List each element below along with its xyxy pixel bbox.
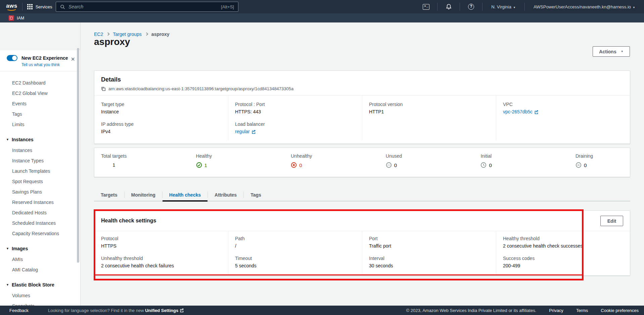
new-experience-toggle[interactable] (7, 55, 17, 61)
field-value: HTTPS: 443 (235, 109, 355, 114)
search-placeholder: Search (68, 4, 218, 9)
details-columns: Target type Instance IP address type IPv… (94, 96, 630, 140)
new-experience-panel: New EC2 Experience Tell us what you thin… (0, 50, 80, 71)
feedback-link[interactable]: Tell us what you think (21, 62, 74, 67)
sidebar-item-volumes[interactable]: Volumes (0, 290, 80, 301)
section-label: Elastic Block Store (12, 282, 54, 287)
toggle-knob (12, 56, 17, 60)
sidebar-item-ec2-global-view[interactable]: EC2 Global View (0, 88, 80, 98)
stat-unused: Unused 0 (386, 153, 423, 177)
account-menu[interactable]: AWSPowerUserAccess/navaneeth.kn@harness.… (530, 4, 639, 9)
notifications-button[interactable] (442, 4, 455, 10)
sidebar-item-scheduled-instances[interactable]: Scheduled Instances (0, 218, 80, 228)
sidebar-item-amis[interactable]: AMIs (0, 254, 80, 264)
tab-health-checks[interactable]: Health checks (163, 189, 208, 201)
stat-value: 1 (112, 162, 115, 168)
feedback-button[interactable]: Feedback (9, 308, 29, 313)
cloudshell-icon: >_ (423, 4, 429, 10)
field-label: Path (235, 236, 355, 241)
iam-service-icon (9, 15, 14, 21)
field-value: 2 consecutive health check failures (101, 263, 221, 268)
sidebar-item-reserved-instances[interactable]: Reserved Instances (0, 197, 80, 207)
favorite-iam-link[interactable]: IAM (9, 15, 24, 21)
aws-logo[interactable]: aws (6, 3, 17, 11)
sidebar-item-savings-plans[interactable]: Savings Plans (0, 187, 80, 197)
help-button[interactable]: ? (465, 4, 477, 10)
tab-targets[interactable]: Targets (94, 189, 124, 201)
load-balancer-link[interactable]: regular (235, 129, 256, 134)
tab-tags[interactable]: Tags (244, 189, 268, 201)
health-check-column-4: Healthy threshold 2 consecutive health c… (496, 231, 630, 274)
sidebar-item-spot-requests[interactable]: Spot Requests (0, 176, 80, 187)
sidebar-item-events[interactable]: Events (0, 98, 80, 109)
details-header: Details arn:aws:elasticloadbalancing:us-… (94, 71, 630, 96)
stat-value: 0 (394, 162, 397, 168)
close-icon[interactable]: × (71, 56, 75, 62)
sidebar-item-tags[interactable]: Tags (0, 109, 80, 119)
edit-button[interactable]: Edit (600, 216, 623, 226)
tab-monitoring[interactable]: Monitoring (125, 189, 162, 201)
chevron-down-icon: ▼ (621, 50, 624, 53)
actions-button[interactable]: Actions▼ (593, 46, 630, 57)
field-value: Traffic port (369, 243, 489, 249)
help-icon: ? (468, 4, 474, 10)
breadcrumb-current: asproxy (151, 32, 170, 37)
field-value: 2 consecutive health check successes (503, 243, 623, 249)
health-check-title: Health check settings (101, 218, 156, 224)
region-selector[interactable]: N. Virginia▼ (487, 4, 520, 9)
new-experience-title: New EC2 Experience (21, 55, 68, 61)
cloudshell-button[interactable]: >_ (420, 4, 432, 10)
sidebar-section-images[interactable]: ▼Images (0, 243, 80, 254)
field-value: HTTPS (101, 243, 221, 249)
sidebar-item-launch-templates[interactable]: Launch Templates (0, 166, 80, 176)
field-label: Load balancer (235, 121, 355, 127)
stat-unhealthy: Unhealthy 0 (291, 153, 328, 177)
target-stats-card: Total targets 1 Healthy 1 Unhealthy 0 Un… (94, 148, 630, 177)
health-check-columns: Protocol HTTPS Unhealthy threshold 2 con… (94, 231, 630, 274)
field-label: Timeout (235, 256, 355, 261)
global-search-input[interactable]: Search [Alt+S] (56, 2, 238, 12)
vpc-link[interactable]: vpc-2657db5c (503, 109, 539, 114)
unified-settings-link[interactable]: Unified Settings (145, 308, 178, 313)
sidebar-item-capacity-reservations[interactable]: Capacity Reservations (0, 228, 80, 239)
sidebar-item-ami-catalog[interactable]: AMI Catalog (0, 264, 80, 275)
breadcrumb-target-groups[interactable]: Target groups (113, 32, 142, 37)
chevron-down-icon: ▼ (6, 138, 9, 141)
sidebar-section-instances[interactable]: ▼Instances (0, 134, 80, 145)
ec2-sidebar: New EC2 Experience Tell us what you thin… (0, 22, 81, 306)
health-check-header: Health check settings Edit (94, 211, 630, 231)
footer-bar: Feedback Looking for language selection?… (0, 306, 644, 315)
page-title: asproxy (94, 37, 130, 47)
tab-attributes[interactable]: Attributes (208, 189, 243, 201)
chevron-down-icon: ▼ (633, 6, 635, 9)
stat-value: 0 (489, 162, 492, 168)
services-menu-button[interactable]: Services (27, 4, 52, 9)
copy-icon[interactable] (101, 87, 106, 91)
field-label: Success codes (503, 256, 623, 261)
details-title: Details (101, 76, 623, 83)
cookie-preferences-link[interactable]: Cookie preferences (601, 308, 639, 313)
sidebar-item-instance-types[interactable]: Instance Types (0, 155, 80, 166)
sidebar-item-ec2-dashboard[interactable]: EC2 Dashboard (0, 77, 80, 88)
field-value: / (235, 243, 355, 249)
breadcrumb: EC2 Target groups asproxy (94, 32, 170, 37)
sidebar-item-dedicated-hosts[interactable]: Dedicated Hosts (0, 207, 80, 218)
health-check-column-1: Protocol HTTPS Unhealthy threshold 2 con… (94, 231, 228, 274)
chevron-right-icon (145, 33, 148, 36)
sidebar-scrollbar[interactable] (77, 48, 79, 263)
sidebar-section-ebs[interactable]: ▼Elastic Block Store (0, 279, 80, 290)
sidebar-item-instances[interactable]: Instances (0, 145, 80, 155)
breadcrumb-ec2[interactable]: EC2 (94, 32, 103, 37)
terms-link[interactable]: Terms (576, 308, 588, 313)
stat-label: Total targets (101, 153, 138, 159)
health-check-column-3: Port Traffic port Interval 30 seconds (362, 231, 496, 274)
copyright-text: © 2023, Amazon Web Services India Privat… (406, 308, 537, 313)
sidebar-item-limits[interactable]: Limits (0, 119, 80, 129)
privacy-link[interactable]: Privacy (549, 308, 563, 313)
bell-icon (446, 4, 452, 10)
draining-minus-icon (576, 162, 582, 168)
initial-clock-icon (480, 162, 487, 168)
field-value: IPv4 (101, 129, 221, 134)
favorites-bar: IAM (0, 13, 644, 22)
section-label: Instances (12, 137, 34, 142)
